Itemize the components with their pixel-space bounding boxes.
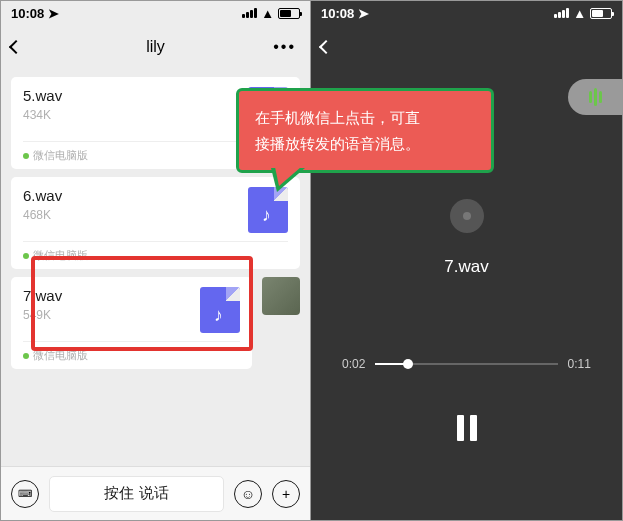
chat-title: lily <box>1 38 310 56</box>
back-icon[interactable] <box>9 40 23 54</box>
progress-knob[interactable] <box>403 359 413 369</box>
time-duration: 0:11 <box>568 357 591 371</box>
avatar[interactable] <box>262 277 300 315</box>
source-label: 微信电脑版 <box>23 342 240 363</box>
nav-bar: lily ••• <box>1 25 310 69</box>
wifi-icon: ▲ <box>261 6 274 21</box>
location-icon: ➤ <box>358 6 369 21</box>
file-size: 549K <box>23 308 62 322</box>
timeline[interactable]: 0:02 0:11 <box>342 357 591 371</box>
track-name: 7.wav <box>444 257 488 277</box>
audio-file-icon <box>200 287 240 333</box>
file-size: 434K <box>23 108 62 122</box>
signal-icon <box>242 8 257 18</box>
progress-bar[interactable] <box>375 363 557 365</box>
file-name: 5.wav <box>23 87 62 104</box>
status-time: 10:08 <box>321 6 354 21</box>
status-bar: 10:08➤ ▲ <box>311 1 622 25</box>
battery-icon <box>278 8 300 19</box>
file-name: 6.wav <box>23 187 62 204</box>
message-item[interactable]: 7.wav549K 微信电脑版 <box>11 277 300 369</box>
callout-text: 在手机微信上点击，可直 <box>255 105 475 131</box>
time-elapsed: 0:02 <box>342 357 365 371</box>
voice-input-button[interactable]: 按住 说话 <box>49 476 224 512</box>
callout-tail-icon <box>271 168 305 192</box>
more-icon[interactable]: ••• <box>273 38 296 56</box>
voice-indicator[interactable] <box>568 79 622 115</box>
annotation-callout: 在手机微信上点击，可直 接播放转发的语音消息。 <box>236 88 494 173</box>
disc-icon <box>450 199 484 233</box>
chat-screen: 10:08➤ ▲ lily ••• 5.wav434K 微信电脑版 6.wav4… <box>1 1 311 520</box>
message-item[interactable]: 6.wav468K 微信电脑版 <box>11 177 300 269</box>
callout-text: 接播放转发的语音消息。 <box>255 131 475 157</box>
plus-icon[interactable]: + <box>272 480 300 508</box>
player-screen: 10:08➤ ▲ 7.wav 0:02 0:11 <box>311 1 622 520</box>
status-bar: 10:08➤ ▲ <box>1 1 310 25</box>
audio-file-icon <box>248 187 288 233</box>
back-icon[interactable] <box>319 40 333 54</box>
input-bar: ⌨ 按住 说话 ☺ + <box>1 466 310 520</box>
emoji-icon[interactable]: ☺ <box>234 480 262 508</box>
nav-bar <box>311 25 622 69</box>
source-label: 微信电脑版 <box>23 242 288 263</box>
battery-icon <box>590 8 612 19</box>
pause-button[interactable] <box>457 415 477 441</box>
file-name: 7.wav <box>23 287 62 304</box>
signal-icon <box>554 8 569 18</box>
status-time: 10:08 <box>11 6 44 21</box>
wifi-icon: ▲ <box>573 6 586 21</box>
keyboard-icon[interactable]: ⌨ <box>11 480 39 508</box>
location-icon: ➤ <box>48 6 59 21</box>
file-size: 468K <box>23 208 62 222</box>
